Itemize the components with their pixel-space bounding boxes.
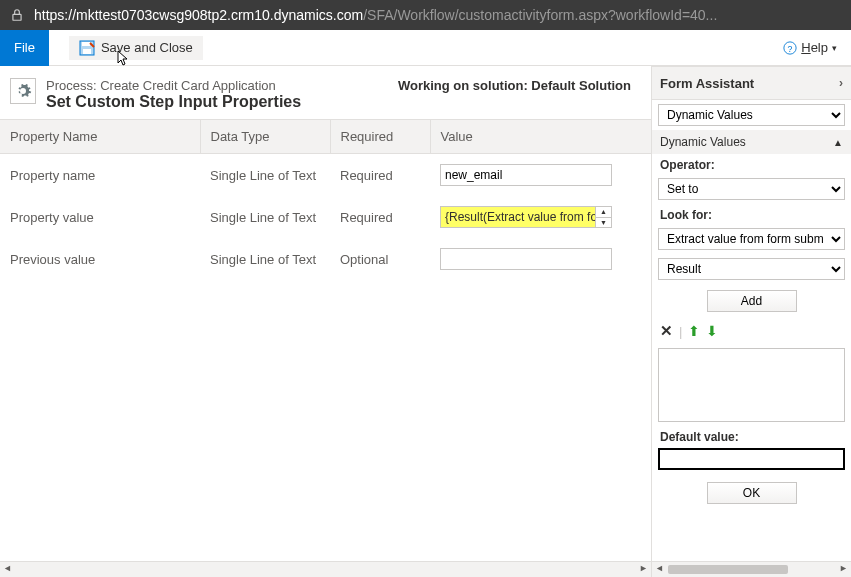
move-down-icon[interactable]: ⬇ bbox=[706, 323, 718, 339]
save-icon bbox=[79, 40, 95, 56]
save-and-close-label: Save and Close bbox=[101, 40, 193, 55]
page-title: Set Custom Step Input Properties bbox=[46, 93, 301, 111]
values-listbox[interactable] bbox=[658, 348, 845, 422]
look-for-attribute-select[interactable]: Result bbox=[658, 258, 845, 280]
operator-select[interactable]: Set to bbox=[658, 178, 845, 200]
cell-datatype: Single Line of Text bbox=[200, 196, 330, 238]
table-row: Property name Single Line of Text Requir… bbox=[0, 154, 651, 197]
cell-required: Required bbox=[330, 154, 430, 197]
help-menu[interactable]: ? Help ▾ bbox=[783, 40, 837, 55]
process-icon-box bbox=[10, 78, 36, 104]
main-panel: Process: Create Credit Card Application … bbox=[0, 66, 651, 561]
collapse-icon: ▲ bbox=[833, 137, 843, 148]
add-button[interactable]: Add bbox=[707, 290, 797, 312]
previous-value-input[interactable] bbox=[440, 248, 612, 270]
look-for-entity-select[interactable]: Extract value from form submission bbox=[658, 228, 845, 250]
table-row: Previous value Single Line of Text Optio… bbox=[0, 238, 651, 280]
horizontal-scrollbars[interactable] bbox=[0, 561, 851, 577]
solution-label: Working on solution: Default Solution bbox=[398, 78, 641, 93]
col-data-type[interactable]: Data Type bbox=[200, 120, 330, 154]
form-assistant-title: Form Assistant bbox=[660, 76, 754, 91]
spinner-buttons[interactable]: ▲▼ bbox=[595, 207, 611, 227]
cell-required: Required bbox=[330, 196, 430, 238]
browser-address-bar: https://mkttest0703cwsg908tp2.crm10.dyna… bbox=[0, 0, 851, 30]
properties-table: Property Name Data Type Required Value P… bbox=[0, 119, 651, 280]
lock-icon bbox=[10, 8, 24, 22]
spinner-down-icon[interactable]: ▼ bbox=[595, 218, 611, 228]
cell-datatype: Single Line of Text bbox=[200, 154, 330, 197]
col-property-name[interactable]: Property Name bbox=[0, 120, 200, 154]
main-scrollbar[interactable] bbox=[0, 561, 651, 577]
svg-rect-2 bbox=[82, 42, 90, 46]
url-path: /SFA/Workflow/customactivityform.aspx?wo… bbox=[363, 7, 717, 23]
dynamic-values-section[interactable]: Dynamic Values ▲ bbox=[652, 130, 851, 154]
file-menu[interactable]: File bbox=[0, 30, 49, 66]
dynamic-values-select[interactable]: Dynamic Values bbox=[658, 104, 845, 126]
cell-name: Previous value bbox=[0, 238, 200, 280]
default-value-label: Default value: bbox=[652, 426, 851, 446]
operator-label: Operator: bbox=[652, 154, 851, 174]
cell-name: Property name bbox=[0, 154, 200, 197]
default-value-input[interactable] bbox=[658, 448, 845, 470]
svg-text:?: ? bbox=[788, 43, 793, 53]
chevron-right-icon: › bbox=[839, 76, 843, 90]
move-up-icon[interactable]: ⬆ bbox=[688, 323, 700, 339]
save-and-close-button[interactable]: Save and Close bbox=[69, 36, 203, 60]
assist-scrollbar[interactable] bbox=[651, 561, 851, 577]
gear-icon bbox=[14, 82, 32, 100]
separator: | bbox=[679, 324, 682, 339]
scroll-thumb[interactable] bbox=[668, 565, 788, 574]
svg-rect-3 bbox=[83, 49, 91, 54]
cell-datatype: Single Line of Text bbox=[200, 238, 330, 280]
remove-icon[interactable]: ✕ bbox=[660, 322, 673, 340]
url-host: https://mkttest0703cwsg908tp2.crm10.dyna… bbox=[34, 7, 363, 23]
form-assistant-panel: Form Assistant › Dynamic Values Dynamic … bbox=[651, 66, 851, 561]
form-assistant-header[interactable]: Form Assistant › bbox=[652, 66, 851, 100]
look-for-label: Look for: bbox=[652, 204, 851, 224]
process-name: Process: Create Credit Card Application bbox=[46, 78, 301, 93]
spinner-up-icon[interactable]: ▲ bbox=[595, 207, 611, 218]
cell-name: Property value bbox=[0, 196, 200, 238]
ok-button[interactable]: OK bbox=[707, 482, 797, 504]
svg-rect-0 bbox=[13, 14, 21, 20]
help-label: Help bbox=[801, 40, 828, 55]
property-value-token-field[interactable]: {Result(Extract value from form ▲▼ bbox=[440, 206, 612, 228]
col-value[interactable]: Value bbox=[430, 120, 651, 154]
table-row: Property value Single Line of Text Requi… bbox=[0, 196, 651, 238]
chevron-down-icon: ▾ bbox=[832, 43, 837, 53]
property-name-input[interactable] bbox=[440, 164, 612, 186]
help-icon: ? bbox=[783, 41, 797, 55]
command-bar: File Save and Close ? Help ▾ bbox=[0, 30, 851, 66]
token-text: {Result(Extract value from form bbox=[445, 210, 611, 224]
col-required[interactable]: Required bbox=[330, 120, 430, 154]
cell-required: Optional bbox=[330, 238, 430, 280]
